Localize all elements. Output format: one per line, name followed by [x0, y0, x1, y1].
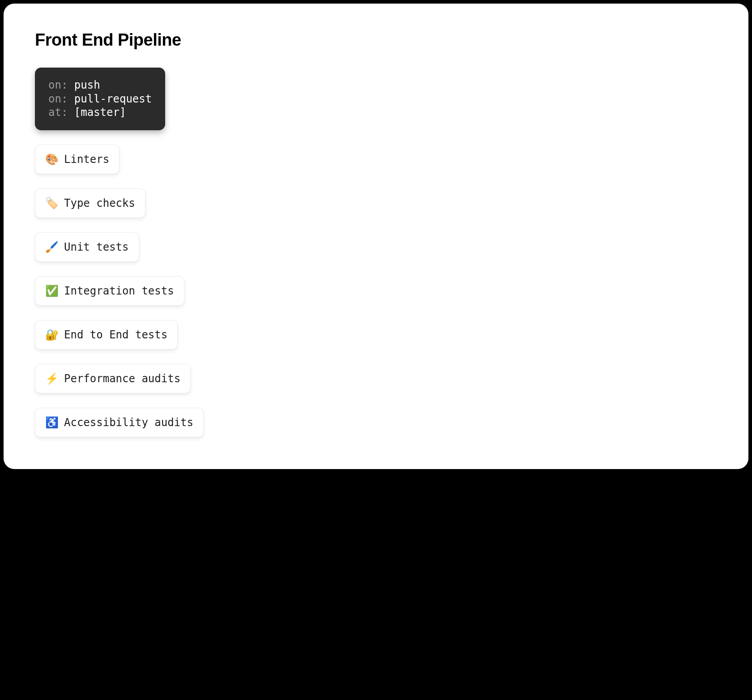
- step-label: Type checks: [64, 197, 135, 209]
- trigger-key: on:: [48, 79, 68, 91]
- check-icon: ✅: [45, 286, 58, 296]
- trigger-value: pull-request: [74, 93, 152, 105]
- accessibility-icon: ♿: [45, 417, 58, 428]
- trigger-row: at: [master]: [48, 106, 152, 120]
- trigger-key: on:: [48, 93, 68, 105]
- trigger-card: on: push on: pull-request at: [master]: [35, 68, 165, 130]
- step-integration-tests: ✅ Integration tests: [35, 276, 184, 306]
- step-label: End to End tests: [64, 329, 167, 341]
- trigger-key: at:: [48, 106, 68, 119]
- step-label: Unit tests: [64, 241, 129, 253]
- step-label: Performance audits: [64, 372, 180, 385]
- step-e2e-tests: 🔐 End to End tests: [35, 320, 178, 350]
- trigger-row: on: pull-request: [48, 92, 152, 106]
- step-performance-audits: ⚡ Performance audits: [35, 364, 191, 393]
- step-unit-tests: 🖌️ Unit tests: [35, 232, 139, 262]
- lightning-icon: ⚡: [45, 373, 58, 384]
- trigger-value: [master]: [74, 106, 126, 119]
- trigger-row: on: push: [48, 78, 152, 92]
- trigger-value: push: [74, 79, 100, 91]
- step-label: Linters: [64, 153, 109, 166]
- pipeline-panel: Front End Pipeline on: push on: pull-req…: [4, 4, 748, 469]
- brush-icon: 🖌️: [45, 242, 58, 252]
- step-label: Integration tests: [64, 285, 174, 297]
- step-type-checks: 🏷️ Type checks: [35, 188, 145, 218]
- pipeline-stack: on: push on: pull-request at: [master] 🎨…: [35, 68, 717, 437]
- label-tag-icon: 🏷️: [45, 198, 58, 209]
- palette-icon: 🎨: [45, 154, 58, 165]
- lock-icon: 🔐: [45, 329, 58, 340]
- step-linters: 🎨 Linters: [35, 145, 120, 174]
- step-label: Accessibility audits: [64, 416, 193, 429]
- page-title: Front End Pipeline: [35, 30, 717, 50]
- step-accessibility-audits: ♿ Accessibility audits: [35, 408, 204, 437]
